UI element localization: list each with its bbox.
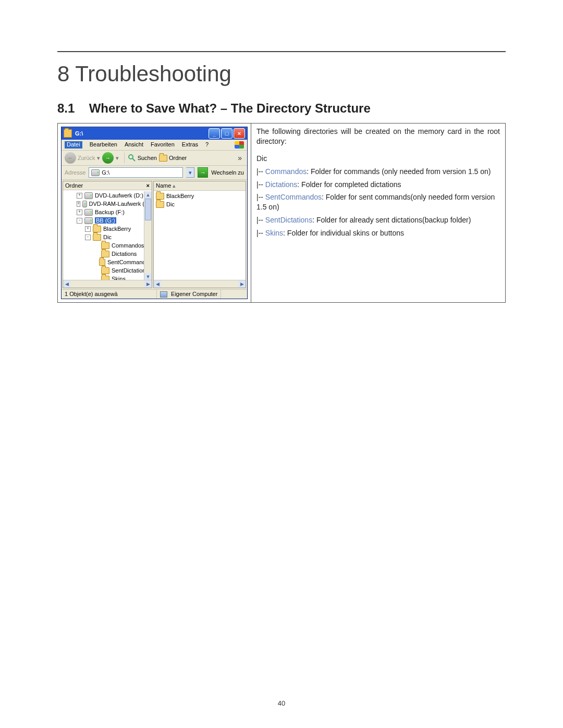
go-button[interactable]: → xyxy=(198,167,208,178)
tree-item-label: DVD-RAM-Laufwerk (E:) xyxy=(89,201,152,207)
folder-icon xyxy=(93,226,101,232)
windows-flag-icon xyxy=(235,141,244,149)
folder-icon xyxy=(156,201,164,208)
menu-item[interactable]: Extras xyxy=(182,141,198,149)
expand-toggle[interactable]: + xyxy=(77,193,82,199)
list-item[interactable]: Dic xyxy=(156,200,246,208)
tree-item-label: BB (G:) xyxy=(95,217,116,224)
folders-button[interactable]: Ordner xyxy=(159,155,187,162)
tree-item-label: Dictations xyxy=(112,251,137,257)
list-pane: Name ▴ BlackBerryDic ◀▶ xyxy=(153,181,246,288)
list-item-label: BlackBerry xyxy=(166,193,194,199)
folder-description: |-- Skins: Folder for individual skins o… xyxy=(256,228,500,238)
description-cell: The following directories will be create… xyxy=(251,124,505,302)
list-item[interactable]: BlackBerry xyxy=(156,192,246,200)
folder-icon xyxy=(101,242,109,249)
tree-item-label: Dic xyxy=(103,234,112,240)
expand-toggle[interactable]: - xyxy=(77,218,82,224)
toolbar-overflow-icon[interactable]: » xyxy=(238,154,242,162)
address-label: Adresse xyxy=(65,169,85,176)
content-table: G:\ _ □ × Datei Bearbeiten Ansicht Favor… xyxy=(57,123,506,303)
drive-icon xyxy=(84,209,93,216)
close-tree-button[interactable]: × xyxy=(146,182,150,189)
menu-item[interactable]: ? xyxy=(205,141,209,149)
section-heading: 8.1 Where to Save What? – The Directory … xyxy=(57,101,506,116)
folder-icon xyxy=(93,234,101,241)
status-bar: 1 Objekt(e) ausgewä Eigener Computer xyxy=(62,289,247,299)
title-bar[interactable]: G:\ _ □ × xyxy=(62,127,247,140)
section-number: 8.1 xyxy=(57,101,85,116)
intro-text: The following directories will be create… xyxy=(256,127,500,146)
list-item-label: Dic xyxy=(166,201,175,207)
toolbar: ← Zurück ▾ → ▾ Suchen Ordner » xyxy=(62,151,247,166)
tree-header: Ordner × xyxy=(63,181,152,190)
tree-scrollbar[interactable]: ▲▼ xyxy=(144,191,152,280)
menu-bar: Datei Bearbeiten Ansicht Favoriten Extra… xyxy=(62,140,247,151)
tree-item[interactable]: Dictations xyxy=(65,250,152,258)
page-number: 40 xyxy=(0,699,563,707)
tree-item[interactable]: Commandos xyxy=(65,241,152,250)
folder-icon xyxy=(156,193,164,200)
tree-item[interactable]: -BB (G:) xyxy=(65,216,152,225)
tree-item[interactable]: SentCommandos xyxy=(65,258,152,266)
tree-item-label: BlackBerry xyxy=(103,226,131,232)
back-button[interactable]: ← Zurück ▾ xyxy=(65,152,100,164)
explorer-window: G:\ _ □ × Datei Bearbeiten Ansicht Favor… xyxy=(61,127,248,299)
search-button[interactable]: Suchen xyxy=(128,154,157,162)
folder-icon xyxy=(99,259,105,266)
address-field[interactable]: G:\ xyxy=(89,167,183,178)
menu-item[interactable]: Bearbeiten xyxy=(90,141,117,149)
folder-description: |-- SentCommandos: Folder for sent comma… xyxy=(256,192,500,212)
folder-icon xyxy=(101,267,109,274)
expand-toggle[interactable]: - xyxy=(85,235,91,240)
tree-item[interactable]: +Backup (F:) xyxy=(65,208,152,216)
computer-icon xyxy=(160,291,167,298)
close-button[interactable]: × xyxy=(234,128,245,139)
tree-item[interactable]: SentDictations xyxy=(65,266,152,275)
tree-item-label: SentDictations xyxy=(112,267,149,274)
expand-toggle[interactable]: + xyxy=(77,209,82,215)
window-title: G:\ xyxy=(75,130,83,137)
drive-icon xyxy=(84,217,93,224)
drive-icon xyxy=(91,169,100,176)
tree-item-label: Commandos xyxy=(112,242,144,249)
drive-icon xyxy=(82,201,87,207)
drive-icon xyxy=(84,192,93,199)
menu-item[interactable]: Ansicht xyxy=(125,141,143,149)
address-bar: Adresse G:\ ▾ → Wechseln zu xyxy=(62,166,247,180)
svg-point-0 xyxy=(129,155,133,159)
tree-item[interactable]: +BlackBerry xyxy=(65,225,152,233)
tree-item[interactable]: -Dic xyxy=(65,233,152,241)
folder-icon xyxy=(101,251,109,257)
folder-description: |-- SentDictations: Folder for already s… xyxy=(256,215,500,225)
folder-icon xyxy=(159,155,167,162)
address-dropdown[interactable]: ▾ xyxy=(186,167,194,178)
go-label: Wechseln zu xyxy=(211,169,244,176)
forward-button[interactable]: → xyxy=(102,152,114,164)
tree-item[interactable]: +DVD-Laufwerk (D:) xyxy=(65,191,152,200)
maximize-button[interactable]: □ xyxy=(221,128,232,139)
list-hscrollbar[interactable]: ◀▶ xyxy=(154,280,246,288)
screenshot-cell: G:\ _ □ × Datei Bearbeiten Ansicht Favor… xyxy=(58,124,251,302)
root-folder: Dic xyxy=(256,154,500,164)
expand-toggle[interactable]: + xyxy=(85,226,91,232)
folder-icon xyxy=(64,129,72,138)
tree-item[interactable]: +DVD-RAM-Laufwerk (E:) xyxy=(65,200,152,208)
tree-item-label: Backup (F:) xyxy=(95,209,125,215)
menu-item[interactable]: Datei xyxy=(65,141,82,149)
minimize-button[interactable]: _ xyxy=(209,128,220,139)
status-left: 1 Objekt(e) ausgewä xyxy=(62,290,157,299)
tree-pane: Ordner × +DVD-Laufwerk (D:)+DVD-RAM-Lauf… xyxy=(63,181,152,288)
status-right: Eigener Computer xyxy=(157,290,221,299)
explorer-body: Ordner × +DVD-Laufwerk (D:)+DVD-RAM-Lauf… xyxy=(62,180,247,289)
chapter-title: 8 Troubleshooting xyxy=(57,61,506,87)
tree-item-label: DVD-Laufwerk (D:) xyxy=(95,192,143,199)
list-header[interactable]: Name ▴ xyxy=(154,181,246,191)
section-title: Where to Save What? – The Directory Stru… xyxy=(89,101,371,115)
tree-hscrollbar[interactable]: ◀▶ xyxy=(63,280,152,288)
svg-line-1 xyxy=(132,158,135,161)
folder-description: |-- Commandos: Folder for commands (only… xyxy=(256,167,500,177)
top-rule xyxy=(57,51,506,52)
menu-item[interactable]: Favoriten xyxy=(151,141,175,149)
expand-toggle[interactable]: + xyxy=(77,201,80,207)
